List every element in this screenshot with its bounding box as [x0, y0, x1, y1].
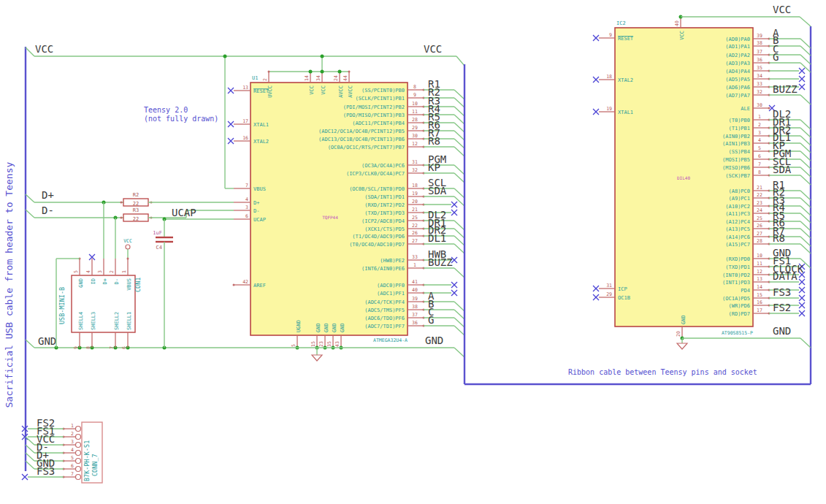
net-label[interactable]: BUZZ — [773, 83, 798, 95]
connector-pin-circle — [76, 451, 81, 456]
pin-name: GND — [340, 323, 345, 332]
pin-name: RESET — [618, 36, 634, 42]
pin-name: (ADC4/TCK)PF4 — [364, 299, 405, 305]
pin-number: 43 — [334, 341, 340, 347]
pin-name: (AD5)PA5 — [725, 77, 750, 83]
pin-name: (AD6)PA6 — [725, 85, 750, 91]
wire — [800, 95, 811, 104]
pin-name: (OC3A/OC4A)PC6 — [362, 163, 405, 169]
schematic-drawing: Sacrificial USB cable from header to Tee… — [0, 0, 826, 504]
wire — [800, 151, 811, 161]
wire — [454, 326, 464, 335]
net-label-dminus[interactable]: D- — [42, 205, 54, 216]
net-label-ucap[interactable]: UCAP — [172, 207, 196, 218]
pin-name: (MISO)PB6 — [722, 165, 750, 171]
junction-dot — [321, 55, 324, 58]
pin-number: 28 — [757, 238, 762, 244]
pin-number: 32 — [412, 167, 418, 173]
pin-number: 19 — [412, 191, 418, 196]
pin-name: RESET — [253, 88, 269, 94]
pin-number: 18 — [412, 183, 418, 188]
pin-name: SHELL4 — [78, 312, 84, 330]
pin-number: 29 — [606, 291, 612, 297]
pin-name: (TXD)PD1 — [725, 264, 750, 270]
pin-name: (PDI/MOSI/PCINT2)PB2 — [343, 104, 405, 110]
pin-name: ICP — [618, 286, 627, 292]
pin-number: 11 — [757, 261, 762, 267]
pin-name: GND — [681, 315, 687, 324]
pin-name: (A15)PC7 — [725, 242, 750, 248]
pin-number: 10 — [412, 101, 418, 107]
pin-name: UCAP — [253, 217, 266, 223]
wire — [454, 310, 464, 319]
pin-name: XTAL1 — [618, 110, 633, 115]
net-label[interactable]: R8 — [428, 135, 440, 147]
pin-number: 15 — [757, 292, 762, 298]
net-label[interactable]: G — [773, 51, 779, 63]
conn7-reference: CONN_7 — [91, 454, 99, 476]
pin-number: 38 — [412, 304, 418, 310]
pin-name: GND — [78, 278, 84, 288]
pin-name: (ADC0)PF0 — [377, 283, 405, 289]
pin-name: (AD4)PA4 — [725, 69, 750, 75]
pin-number: 7 — [109, 346, 115, 349]
pin-name: D+ — [102, 278, 108, 284]
wire — [26, 340, 34, 348]
vcc-power-symbol[interactable] — [126, 245, 130, 249]
net-label-gnd[interactable]: GND — [773, 325, 791, 337]
pin-number: 17 — [242, 118, 248, 124]
net-label[interactable]: SDA — [428, 185, 447, 196]
net-label[interactable]: SDA — [773, 164, 792, 175]
wire — [454, 107, 464, 116]
net-label-gnd[interactable]: GND — [38, 335, 56, 347]
vcc-symbol-label: VCC — [123, 238, 132, 244]
wire — [26, 461, 34, 469]
pin-number: 4 — [758, 137, 761, 143]
wire — [800, 167, 811, 177]
net-label[interactable]: BUZZ — [428, 256, 453, 268]
pin-number: 5 — [71, 455, 74, 461]
net-label[interactable]: R8 — [773, 232, 785, 244]
pin-name: UGND — [296, 320, 302, 332]
net-label[interactable]: G — [428, 314, 434, 326]
net-label[interactable]: DL1 — [428, 232, 446, 244]
pin-name: XTAL2 — [253, 139, 269, 145]
net-label[interactable]: KP — [428, 161, 440, 173]
net-label-dplus[interactable]: D+ — [42, 189, 54, 201]
wire — [454, 131, 464, 140]
pin-number: 7 — [245, 183, 248, 188]
pin-name: (ADC11/PCINT4)PB4 — [352, 121, 405, 126]
net-label-gnd[interactable]: GND — [425, 335, 443, 346]
pin-name: (AD3)PA3 — [725, 61, 750, 66]
wire — [454, 221, 464, 230]
wire — [800, 17, 811, 26]
net-label[interactable]: FS2 — [773, 302, 791, 313]
pin-number: 30 — [412, 133, 418, 139]
net-label-vcc[interactable]: VCC — [424, 43, 442, 55]
pin-number: 5 — [758, 145, 761, 151]
schematic-canvas[interactable]: Sacrificial USB cable from header to Tee… — [0, 0, 826, 504]
r2-value: 22 — [133, 201, 139, 207]
net-label[interactable]: FS3 — [37, 465, 55, 477]
pin-name: (T1/OC4D/ADC9)PD6 — [352, 234, 405, 240]
pin-name: AVCC — [338, 85, 344, 98]
pin-number: 4 — [71, 447, 74, 453]
note-teensy-1: Teensy 2.0 — [144, 106, 188, 114]
wire — [454, 90, 464, 99]
pin-name: SHELL2 — [114, 312, 120, 330]
net-label[interactable]: FS3 — [773, 286, 791, 298]
pin-name: (MOSI)PB5 — [722, 157, 750, 163]
pin-number: 3 — [97, 270, 103, 273]
pin-name: (ADC12/OC1A/OC4B/PCINT12)PB5 — [318, 129, 405, 134]
net-label[interactable]: DATA — [773, 270, 798, 282]
junction-dot — [223, 55, 227, 58]
pin-end-dot — [233, 284, 235, 286]
wire — [454, 348, 464, 357]
net-label-vcc[interactable]: VCC — [773, 4, 791, 15]
u1-value: TQFP44 — [322, 215, 338, 220]
pin-number: 7 — [71, 471, 74, 477]
pin-number: 38 — [757, 40, 762, 46]
pin-number: 39 — [412, 296, 418, 302]
net-label-vcc[interactable]: VCC — [35, 43, 53, 55]
pin-name: ALE — [741, 106, 750, 112]
